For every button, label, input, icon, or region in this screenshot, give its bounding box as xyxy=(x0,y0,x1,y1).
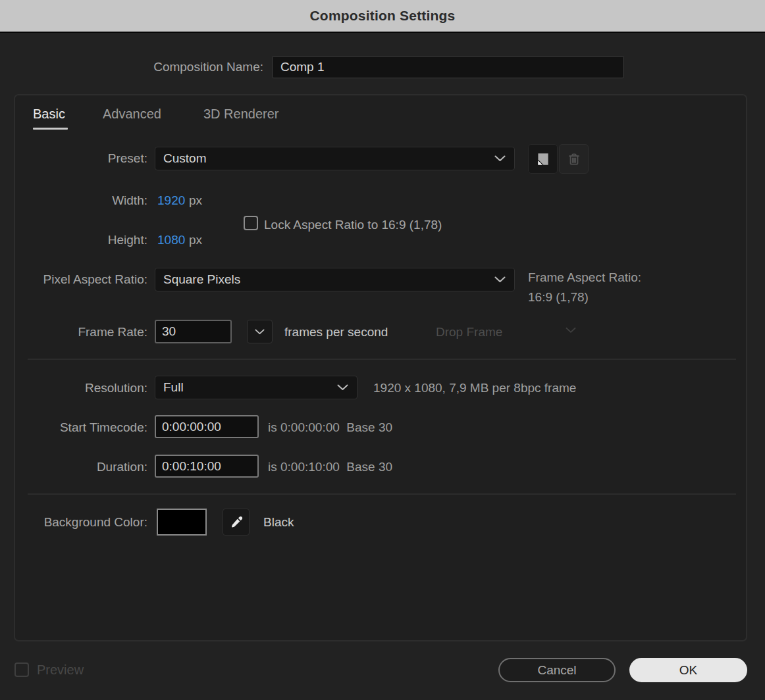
height-unit: px xyxy=(189,233,202,247)
duration-info: is 0:00:10:00 Base 30 xyxy=(268,460,392,474)
resolution-dropdown[interactable]: Full xyxy=(155,376,357,399)
frame-rate-input[interactable] xyxy=(155,320,232,343)
frames-per-second-label: frames per second xyxy=(284,325,388,339)
tab-basic-underline xyxy=(33,128,68,130)
resolution-value: Full xyxy=(163,380,184,395)
eyedropper-icon xyxy=(228,514,244,530)
duration-input[interactable] xyxy=(155,455,259,478)
preview-checkbox[interactable] xyxy=(14,662,29,677)
divider xyxy=(28,493,736,495)
composition-name-label: Composition Name: xyxy=(79,60,263,74)
frame-aspect-ratio-value: 16:9 (1,78) xyxy=(528,290,589,305)
resolution-info: 1920 x 1080, 7,9 MB per 8bpc frame xyxy=(373,381,576,395)
composition-name-input[interactable] xyxy=(272,56,624,78)
chevron-down-icon xyxy=(494,155,506,162)
save-preset-button[interactable] xyxy=(528,144,558,174)
background-color-swatch[interactable] xyxy=(157,509,207,536)
cancel-button[interactable]: Cancel xyxy=(498,658,616,682)
chevron-down-icon xyxy=(494,276,506,283)
pixel-aspect-ratio-label: Pixel Aspect Ratio: xyxy=(15,272,147,287)
frame-rate-dropdown-button[interactable] xyxy=(247,320,273,343)
trash-icon xyxy=(566,151,583,168)
start-timecode-input[interactable] xyxy=(155,415,259,438)
width-value[interactable]: 1920 xyxy=(157,193,185,208)
composition-settings-dialog: { "dialog": { "title": "Composition Sett… xyxy=(0,0,765,700)
ok-button[interactable]: OK xyxy=(629,658,747,682)
delete-preset-button[interactable] xyxy=(559,144,589,174)
width-unit: px xyxy=(189,193,202,208)
tab-basic[interactable]: Basic xyxy=(33,107,65,122)
start-timecode-info: is 0:00:00:00 Base 30 xyxy=(268,420,392,435)
lock-aspect-checkbox[interactable] xyxy=(244,216,258,230)
tab-advanced[interactable]: Advanced xyxy=(103,107,161,122)
save-preset-icon xyxy=(535,151,552,168)
preset-value: Custom xyxy=(163,151,206,166)
background-color-label: Background Color: xyxy=(15,515,147,530)
frame-rate-label: Frame Rate: xyxy=(15,325,147,339)
chevron-down-icon xyxy=(255,329,265,335)
resolution-label: Resolution: xyxy=(15,381,147,395)
timecode-style-dropdown: Drop Frame xyxy=(436,325,502,339)
preset-label: Preset: xyxy=(15,151,147,166)
preset-dropdown[interactable]: Custom xyxy=(155,147,515,170)
chevron-down-icon xyxy=(337,384,348,391)
pixel-aspect-ratio-dropdown[interactable]: Square Pixels xyxy=(155,268,515,291)
eyedropper-button[interactable] xyxy=(223,509,250,536)
dialog-title: Composition Settings xyxy=(310,8,456,24)
start-timecode-label: Start Timecode: xyxy=(15,420,147,435)
settings-panel: Basic Advanced 3D Renderer Preset: Custo… xyxy=(14,94,747,641)
frame-aspect-ratio-label: Frame Aspect Ratio: xyxy=(528,270,641,285)
lock-aspect-label: Lock Aspect Ratio to 16:9 (1,78) xyxy=(264,218,442,232)
chevron-down-icon xyxy=(566,327,576,334)
height-label: Height: xyxy=(15,233,147,247)
divider xyxy=(28,359,736,360)
pixel-aspect-ratio-value: Square Pixels xyxy=(163,272,240,287)
height-value[interactable]: 1080 xyxy=(157,233,185,247)
width-label: Width: xyxy=(15,193,147,208)
background-color-name: Black xyxy=(263,515,294,530)
tab-3d-renderer[interactable]: 3D Renderer xyxy=(203,107,279,122)
dialog-title-bar[interactable]: Composition Settings xyxy=(0,0,765,33)
preview-label: Preview xyxy=(37,662,84,678)
duration-label: Duration: xyxy=(15,460,147,474)
